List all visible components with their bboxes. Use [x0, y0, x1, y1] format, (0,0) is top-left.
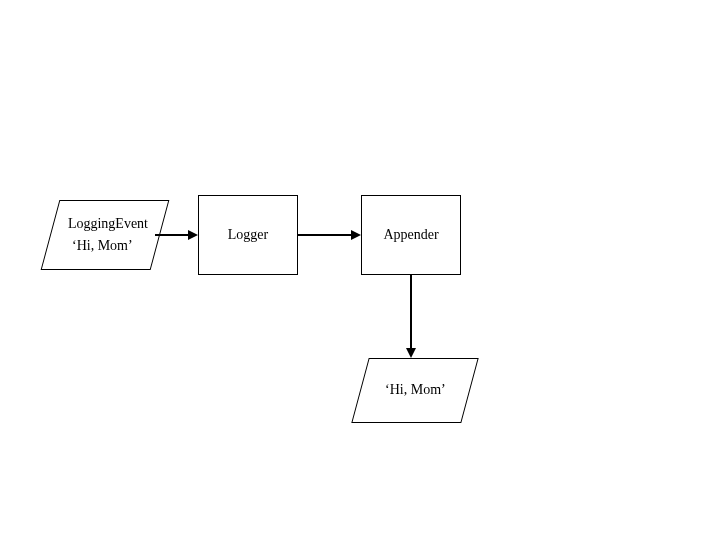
- arrow-input-to-logger: [155, 234, 190, 236]
- appender-label: Appender: [383, 227, 438, 243]
- node-logging-event: LoggingEvent ‘Hi, Mom’: [41, 200, 170, 270]
- node-logger: Logger: [198, 195, 298, 275]
- output-label: ‘Hi, Mom’: [385, 379, 446, 401]
- logging-event-title: LoggingEvent: [68, 213, 148, 235]
- arrow-appender-to-output: [410, 275, 412, 350]
- node-appender: Appender: [361, 195, 461, 275]
- node-output: ‘Hi, Mom’: [351, 358, 478, 423]
- arrow-head-logger-to-appender: [351, 230, 361, 240]
- arrow-head-input-to-logger: [188, 230, 198, 240]
- logging-event-message: ‘Hi, Mom’: [72, 235, 133, 257]
- logger-label: Logger: [228, 227, 268, 243]
- arrow-head-appender-to-output: [406, 348, 416, 358]
- arrow-logger-to-appender: [298, 234, 353, 236]
